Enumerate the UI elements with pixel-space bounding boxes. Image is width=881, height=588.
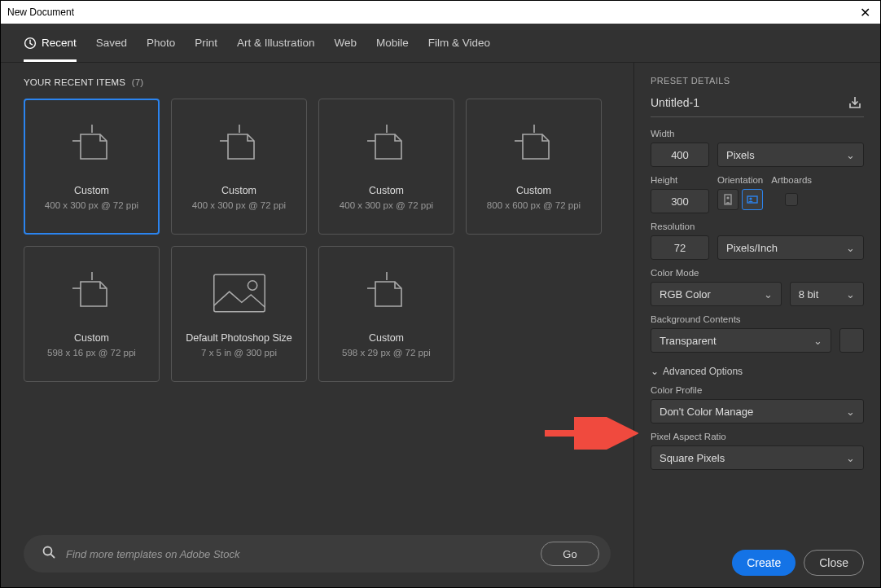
close-button[interactable]: Close: [804, 550, 864, 576]
select-value: Don't Color Manage: [660, 406, 753, 418]
chevron-down-icon: ⌄: [764, 288, 773, 301]
title-bar: New Document ✕: [1, 1, 880, 24]
preset-name: Custom: [516, 185, 551, 196]
document-icon: [358, 123, 415, 169]
tab-web[interactable]: Web: [334, 24, 357, 62]
tab-saved[interactable]: Saved: [96, 24, 127, 62]
artboards-checkbox[interactable]: [785, 193, 798, 206]
dialog-footer: Create Close: [651, 542, 864, 576]
advanced-options-toggle[interactable]: ⌄ Advanced Options: [651, 366, 864, 377]
window-title: New Document: [7, 7, 857, 18]
svg-point-12: [248, 281, 256, 290]
preset-name: Custom: [369, 185, 404, 196]
background-color-swatch[interactable]: [839, 328, 864, 353]
advanced-label: Advanced Options: [663, 366, 743, 377]
preset-card[interactable]: Custom598 x 16 px @ 72 ppi: [24, 246, 160, 382]
height-input[interactable]: [651, 189, 709, 213]
new-document-dialog: New Document ✕ Recent Saved Photo Print …: [0, 0, 881, 588]
orientation-portrait-button[interactable]: [717, 189, 739, 210]
chevron-down-icon: ⌄: [846, 406, 855, 418]
resolution-unit-select[interactable]: Pixels/Inch ⌄: [717, 235, 864, 260]
annotation-arrow: [541, 417, 638, 450]
tab-label: Print: [195, 37, 217, 49]
clock-icon: [24, 37, 37, 50]
category-tabs: Recent Saved Photo Print Art & Illustrat…: [1, 24, 880, 63]
preset-dimensions: 598 x 29 px @ 72 ppi: [342, 348, 431, 358]
preset-name: Custom: [369, 332, 404, 344]
aspect-ratio-select[interactable]: Square Pixels ⌄: [651, 445, 864, 470]
preset-dimensions: 598 x 16 px @ 72 ppi: [47, 348, 136, 358]
stock-search-bar: Go: [24, 535, 611, 573]
chevron-down-icon: ⌄: [846, 242, 855, 254]
background-contents-select[interactable]: Transparent ⌄: [651, 328, 831, 353]
preset-card[interactable]: Custom400 x 300 px @ 72 ppi: [24, 99, 160, 235]
resolution-input[interactable]: [651, 235, 709, 260]
close-icon[interactable]: ✕: [857, 5, 874, 20]
save-preset-icon[interactable]: [846, 94, 864, 112]
stock-search-input[interactable]: [66, 548, 531, 560]
color-mode-label: Color Mode: [651, 268, 864, 278]
go-button[interactable]: Go: [541, 542, 599, 566]
chevron-down-icon: ⌄: [846, 149, 855, 161]
preset-card[interactable]: Custom400 x 300 px @ 72 ppi: [318, 99, 454, 235]
search-icon: [42, 545, 56, 563]
chevron-down-icon: ⌄: [846, 288, 855, 301]
preset-dimensions: 400 x 300 px @ 72 ppi: [340, 200, 433, 210]
preset-dimensions: 400 x 300 px @ 72 ppi: [45, 200, 138, 210]
chevron-down-icon: ⌄: [651, 366, 659, 377]
tab-print[interactable]: Print: [195, 24, 217, 62]
tab-photo[interactable]: Photo: [147, 24, 175, 62]
bit-depth-select[interactable]: 8 bit ⌄: [790, 282, 864, 306]
preset-name: Custom: [221, 185, 256, 196]
preset-card[interactable]: Custom598 x 29 px @ 72 ppi: [318, 246, 454, 382]
svg-line-17: [50, 554, 54, 557]
preset-details-panel: PRESET DETAILS Width Pixels ⌄ Height: [633, 63, 880, 587]
svg-point-19: [726, 196, 729, 199]
aspect-ratio-label: Pixel Aspect Ratio: [651, 432, 864, 441]
tab-label: Mobile: [376, 37, 409, 49]
tab-label: Saved: [96, 37, 127, 49]
select-value: Square Pixels: [660, 452, 725, 464]
panel-heading: PRESET DETAILS: [651, 76, 864, 86]
document-icon: [64, 123, 121, 169]
dialog-body: YOUR RECENT ITEMS (7) Custom400 x 300 px…: [1, 63, 880, 587]
select-value: Transparent: [660, 335, 717, 347]
width-unit-select[interactable]: Pixels ⌄: [717, 143, 864, 167]
document-icon: [358, 270, 415, 316]
preset-card[interactable]: Default Photoshop Size7 x 5 in @ 300 ppi: [171, 246, 307, 382]
tab-mobile[interactable]: Mobile: [376, 24, 409, 62]
tab-label: Art & Illustration: [237, 37, 314, 49]
resolution-label: Resolution: [651, 222, 864, 231]
tab-recent[interactable]: Recent: [24, 24, 77, 62]
tab-art-illustration[interactable]: Art & Illustration: [237, 24, 314, 62]
tab-label: Recent: [42, 37, 77, 49]
section-count: (7): [132, 77, 144, 87]
preset-card[interactable]: Custom800 x 600 px @ 72 ppi: [466, 99, 602, 235]
tab-label: Web: [334, 37, 357, 49]
document-name-input[interactable]: [651, 96, 839, 109]
preset-name: Custom: [74, 185, 109, 196]
color-mode-select[interactable]: RGB Color ⌄: [651, 282, 782, 306]
preset-card[interactable]: Custom400 x 300 px @ 72 ppi: [171, 99, 307, 235]
color-profile-select[interactable]: Don't Color Manage ⌄: [651, 399, 864, 423]
preset-cards: Custom400 x 300 px @ 72 ppiCustom400 x 3…: [24, 99, 611, 382]
chevron-down-icon: ⌄: [813, 335, 822, 347]
svg-rect-11: [213, 274, 264, 311]
orientation-landscape-button[interactable]: [742, 189, 763, 210]
select-value: RGB Color: [660, 288, 711, 301]
tab-label: Film & Video: [428, 37, 490, 49]
width-input[interactable]: [651, 143, 709, 167]
preset-grid-panel: YOUR RECENT ITEMS (7) Custom400 x 300 px…: [1, 63, 633, 587]
tab-film-video[interactable]: Film & Video: [428, 24, 490, 62]
document-icon: [506, 123, 563, 169]
artboards-label: Artboards: [771, 175, 812, 185]
preset-name: Custom: [74, 332, 109, 344]
svg-point-21: [749, 197, 752, 200]
background-label: Background Contents: [651, 314, 864, 324]
section-heading: YOUR RECENT ITEMS (7): [24, 77, 611, 87]
preset-dimensions: 800 x 600 px @ 72 ppi: [487, 200, 581, 210]
create-button[interactable]: Create: [732, 550, 796, 576]
section-title: YOUR RECENT ITEMS: [24, 77, 125, 87]
image-icon: [211, 270, 268, 316]
select-value: Pixels/Inch: [726, 242, 778, 254]
